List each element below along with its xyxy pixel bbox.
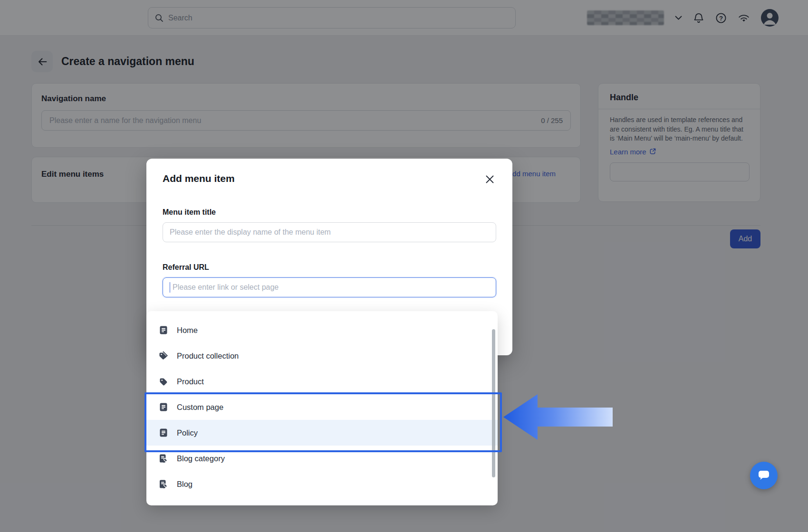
dropdown-item[interactable]: Product collection	[146, 343, 498, 369]
dropdown-item[interactable]: Product	[146, 369, 498, 394]
dropdown-item-label: Policy	[177, 428, 198, 437]
text-caret	[170, 282, 170, 293]
dropdown-item-label: Product	[177, 377, 204, 386]
tags-icon	[159, 351, 168, 361]
scrollbar-thumb[interactable]	[492, 329, 495, 477]
dropdown-item-label: Blog	[177, 480, 192, 489]
referral-url-input[interactable]: Please enter link or select page	[163, 277, 496, 297]
page-icon	[159, 402, 168, 412]
blog-icon	[159, 479, 168, 489]
dropdown-item[interactable]: Custom page	[146, 394, 498, 420]
dropdown-item[interactable]: Blog	[146, 471, 498, 497]
tag-icon	[159, 377, 168, 386]
page-icon	[159, 428, 168, 437]
page-select-dropdown: HomeProduct collectionProductCustom page…	[146, 311, 498, 505]
menu-item-title-label: Menu item title	[163, 208, 496, 217]
referral-url-placeholder: Please enter link or select page	[173, 283, 279, 292]
dropdown-item-label: Custom page	[177, 403, 223, 412]
chat-button[interactable]	[750, 462, 778, 489]
page-icon	[159, 325, 168, 335]
close-icon[interactable]	[483, 173, 496, 187]
app-screen: ? Create a navigation menu Navigation na…	[0, 0, 808, 532]
menu-item-title-input[interactable]	[163, 222, 496, 242]
dropdown-item-label: Home	[177, 326, 198, 335]
dropdown-item[interactable]: Blog category	[146, 446, 498, 471]
dropdown-item[interactable]: Policy	[146, 420, 498, 446]
referral-url-label: Referral URL	[163, 263, 496, 272]
dropdown-item[interactable]: Home	[146, 317, 498, 343]
blog-icon	[159, 454, 168, 463]
modal-title: Add menu item	[163, 173, 235, 184]
dropdown-item-label: Product collection	[177, 352, 239, 361]
chat-icon	[757, 469, 770, 483]
dropdown-item-label: Blog category	[177, 454, 225, 463]
